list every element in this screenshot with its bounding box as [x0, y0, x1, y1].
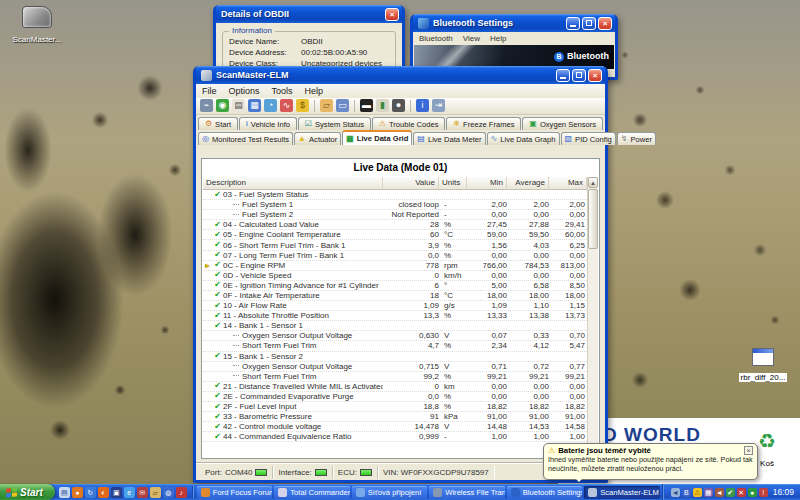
table-row[interactable]: ✔0F - Intake Air Temperature18°C18,0018,… [203, 291, 587, 301]
graph-icon[interactable]: ∿ [280, 99, 293, 112]
table-row[interactable]: ✔05 - Engine Coolant Temperature60°C59,0… [203, 230, 587, 240]
tab-monitored-test-results[interactable]: ◎Monitored Test Results [198, 132, 293, 145]
table-row[interactable]: ✔14 - Bank 1 - Sensor 1 [203, 321, 587, 331]
taskbar-button-wireless-file-tran[interactable]: Wireless File Tran... [429, 486, 504, 499]
network-off-icon[interactable]: ✕ [737, 488, 746, 497]
table-row[interactable]: ✔06 - Short Term Fuel Trim - Bank 13,9%1… [203, 240, 587, 250]
maximize-icon[interactable] [582, 17, 596, 30]
menu-item-help[interactable]: Help [490, 34, 506, 43]
browser-globe-icon[interactable]: ◍ [163, 487, 174, 498]
meter-icon[interactable]: ◔ [264, 99, 277, 112]
tab-live-data-grid[interactable]: ▦Live Data Grid [342, 130, 412, 145]
table-row[interactable]: Oxygen Sensor Output Voltage0,715V0,710,… [203, 362, 587, 372]
tab-trouble-codes[interactable]: ⚠Trouble Codes [372, 117, 446, 130]
start-button[interactable]: Start [0, 484, 55, 500]
tab-vehicle-info[interactable]: iVehicle Info [239, 117, 297, 130]
desktop-icon-scanmaster[interactable]: ScanMaster... [6, 6, 68, 46]
tab-actuator[interactable]: ▲Actuator [294, 132, 341, 145]
tab-system-status[interactable]: ☑System Status [298, 117, 371, 130]
table-row[interactable]: Fuel System 1closed loop-2,002,002,00 [203, 200, 587, 210]
explorer-folder-icon[interactable]: ▱ [150, 487, 161, 498]
table-row[interactable]: Short Term Fuel Trim4,7%2,344,125,47 [203, 341, 587, 351]
web-icon[interactable]: ◉ [216, 99, 229, 112]
tab-pid-config[interactable]: ▧PID Config [561, 132, 616, 145]
table-row[interactable]: ✔0D - Vehicle Speed0km/h0,000,000,00 [203, 271, 587, 281]
table-row[interactable]: ✔21 - Distance Travelled While MIL is Ac… [203, 382, 587, 392]
globe-dark-icon[interactable]: ● [392, 99, 405, 112]
tab-oxygen-sensors[interactable]: ▣Oxygen Sensors [522, 117, 603, 130]
menu-item-file[interactable]: File [202, 86, 217, 96]
close-icon[interactable]: × [744, 446, 753, 455]
taskbar-button-total-commander[interactable]: Total Commander.... [274, 486, 349, 499]
table-row[interactable]: ✔42 - Control module voltage14,478V14,48… [203, 422, 587, 432]
minimize-icon[interactable] [566, 17, 580, 30]
menu-item-help[interactable]: Help [305, 86, 324, 96]
table-row[interactable]: ✔10 - Air Flow Rate1,09g/s1,091,101,15 [203, 301, 587, 311]
tab-freeze-frames[interactable]: ❄Freeze Frames [446, 117, 521, 130]
hide-icons-chevron-icon[interactable]: ◄ [671, 488, 680, 497]
taskbar-button-s-ov-p-ipojen[interactable]: Síťová připojení [352, 486, 427, 499]
table-row[interactable]: ✔0E - Ignition Timing Advance for #1 Cyl… [203, 281, 587, 291]
desktop-icon-rbr-diff[interactable]: rbr_diff_20... [732, 348, 794, 384]
screen-icon[interactable]: ▬ [360, 99, 373, 112]
volume-icon[interactable]: ◄ [715, 488, 724, 497]
movie-maker-icon[interactable]: ▣ [111, 487, 122, 498]
table-row[interactable]: ✔2F - Fuel Level Input18,8%18,8218,8218,… [203, 402, 587, 412]
tab-power[interactable]: ↯Power [617, 132, 656, 145]
table-row[interactable]: Oxygen Sensor Output Voltage0,630V0,070,… [203, 331, 587, 341]
vertical-scrollbar[interactable]: ▲ ▼ [587, 177, 598, 457]
table-row[interactable]: ✔15 - Bank 1 - Sensor 2 [203, 352, 587, 362]
tab-start[interactable]: ⚙Start [198, 117, 238, 130]
minimize-icon[interactable] [556, 69, 570, 82]
table-header[interactable]: Description Value Units Min Average Max [203, 177, 587, 190]
maximize-icon[interactable] [572, 69, 586, 82]
battery-warning-icon[interactable]: ⚠ [693, 488, 702, 497]
menu-item-bluetooth[interactable]: Bluetooth [419, 34, 453, 43]
bluetooth-tray-icon[interactable]: B [682, 488, 691, 497]
menu-item-view[interactable]: View [463, 34, 480, 43]
table-row[interactable]: ✔07 - Long Term Fuel Trim - Bank 10,0%0,… [203, 251, 587, 261]
taskbar-button-ford-focus-forum[interactable]: Ford Focus Forum.... [197, 486, 272, 499]
media-player-orange-icon[interactable]: ● [72, 487, 83, 498]
close-icon[interactable]: × [598, 17, 612, 30]
table-row[interactable]: ✔03 - Fuel System Status [203, 190, 587, 200]
display-settings-icon[interactable]: ▦ [704, 488, 713, 497]
obdii-titlebar[interactable]: Details of OBDII × [216, 5, 402, 23]
show-desktop-icon[interactable]: ▤ [59, 487, 70, 498]
table-row[interactable]: ►✔0C - Engine RPM778rpm766,00784,53813,0… [203, 261, 587, 271]
tab-live-data-graph[interactable]: ∿Live Data Graph [487, 132, 560, 145]
table-row[interactable]: ✔11 - Absolute Throttle Position13,3%13,… [203, 311, 587, 321]
exit-icon[interactable]: ⇥ [432, 99, 445, 112]
firefox-icon[interactable]: ◐ [98, 487, 109, 498]
menu-item-tools[interactable]: Tools [272, 86, 293, 96]
close-icon[interactable]: × [588, 69, 602, 82]
scroll-up-icon[interactable]: ▲ [588, 177, 598, 188]
bluetooth-titlebar[interactable]: Bluetooth Settings × [413, 14, 615, 32]
alert-icon[interactable]: ! [759, 488, 768, 497]
report-icon[interactable]: ▤ [232, 99, 245, 112]
taskbar-button-bluetooth-settings[interactable]: Bluetooth Settings [507, 486, 582, 499]
folder-icon[interactable]: ▱ [320, 99, 333, 112]
data-grid-icon[interactable]: ▦ [248, 99, 261, 112]
table-row[interactable]: ✔33 - Barometric Pressure91kPa91,0091,00… [203, 412, 587, 422]
taskbar-button-scanmaster-elm[interactable]: ScanMaster-ELM [584, 486, 659, 499]
internet-explorer-icon[interactable]: e [124, 487, 135, 498]
dollar-icon[interactable]: $ [296, 99, 309, 112]
tab-live-data-meter[interactable]: ▤Live Data Meter [413, 132, 485, 145]
scanmaster-titlebar[interactable]: ScanMaster-ELM × [196, 66, 605, 84]
table-row[interactable]: Short Term Fuel Trim99,2%99,2199,2199,21 [203, 372, 587, 382]
antivirus-icon[interactable]: ✔ [726, 488, 735, 497]
scrollbar-thumb[interactable] [588, 189, 598, 249]
terminal-icon[interactable]: ▭ [336, 99, 349, 112]
battery-icon[interactable]: ▮ [376, 99, 389, 112]
info-icon[interactable]: i [416, 99, 429, 112]
messenger-icon[interactable]: ✉ [137, 487, 148, 498]
table-row[interactable]: ✔44 - Commanded Equivalence Ratio0,999-1… [203, 432, 587, 442]
table-row[interactable]: Fuel System 2Not Reported-0,000,000,00 [203, 210, 587, 220]
menu-item-options[interactable]: Options [229, 86, 260, 96]
table-row[interactable]: ✔2E - Commanded Evaporative Purge0,0%0,0… [203, 392, 587, 402]
connection-icon[interactable]: ● [748, 488, 757, 497]
winamp-icon[interactable]: ♪ [176, 487, 187, 498]
table-row[interactable]: ✔04 - Calculated Load Value28%27,4527,88… [203, 220, 587, 230]
update-icon[interactable]: ↻ [85, 487, 96, 498]
